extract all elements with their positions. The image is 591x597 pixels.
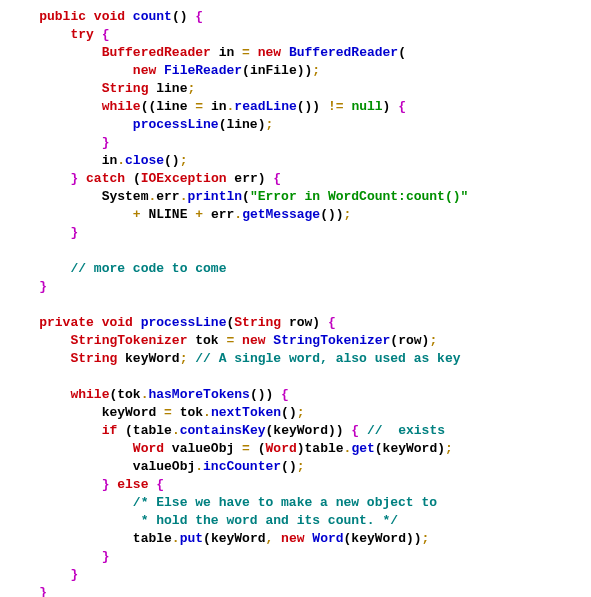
code-line: /* Else we have to make a new object to	[8, 495, 437, 510]
code-line: }	[8, 567, 78, 582]
code-line: }	[8, 135, 109, 150]
code-line: }	[8, 585, 47, 597]
code-line: new FileReader(inFile));	[8, 63, 320, 78]
code-line: valueObj.incCounter();	[8, 459, 305, 474]
code-line: // more code to come	[8, 261, 226, 276]
code-line: System.err.println("Error in WordCount:c…	[8, 189, 468, 204]
code-line: public void count() {	[8, 9, 203, 24]
code-line: } catch (IOException err) {	[8, 171, 281, 186]
code-line: }	[8, 279, 47, 294]
code-line: String keyWord; // A single word, also u…	[8, 351, 461, 366]
code-line: Word valueObj = (Word)table.get(keyWord)…	[8, 441, 453, 456]
code-line: table.put(keyWord, new Word(keyWord));	[8, 531, 429, 546]
code-line: * hold the word and its count. */	[8, 513, 398, 528]
code-line: String line;	[8, 81, 195, 96]
code-block: public void count() { try { BufferedRead…	[8, 8, 583, 597]
code-line: while((line = in.readLine()) != null) {	[8, 99, 406, 114]
code-line: keyWord = tok.nextToken();	[8, 405, 305, 420]
code-line: if (table.containsKey(keyWord)) { // exi…	[8, 423, 445, 438]
code-line: } else {	[8, 477, 164, 492]
code-line: StringTokenizer tok = new StringTokenize…	[8, 333, 437, 348]
code-line: }	[8, 549, 109, 564]
code-line: BufferedReader in = new BufferedReader(	[8, 45, 406, 60]
code-line: while(tok.hasMoreTokens()) {	[8, 387, 289, 402]
code-line: in.close();	[8, 153, 187, 168]
code-line: try {	[8, 27, 109, 42]
code-line: processLine(line);	[8, 117, 273, 132]
code-line: }	[8, 225, 78, 240]
code-line: + NLINE + err.getMessage());	[8, 207, 351, 222]
code-line: private void processLine(String row) {	[8, 315, 336, 330]
